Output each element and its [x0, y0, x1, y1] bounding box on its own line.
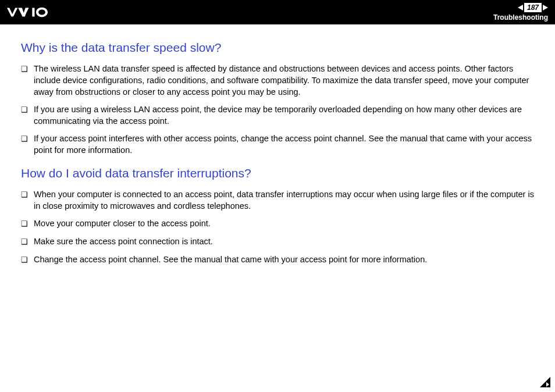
- bullet-icon: ❑: [21, 63, 34, 75]
- bullet-icon: ❑: [21, 104, 34, 116]
- item-text: Change the access point channel. See the…: [34, 254, 534, 265]
- header-bar: 187 Troubleshooting: [0, 0, 555, 24]
- header-right: 187 Troubleshooting: [493, 3, 548, 22]
- next-page-corner[interactable]: [540, 377, 550, 387]
- page-number: 187: [524, 3, 542, 12]
- bullet-icon: ❑: [21, 218, 34, 230]
- list-item: ❑ If you are using a wireless LAN access…: [21, 104, 534, 127]
- bullet-icon: ❑: [21, 188, 34, 201]
- prev-page-icon[interactable]: [518, 5, 523, 10]
- list-item: ❑ Change the access point channel. See t…: [21, 254, 534, 266]
- heading-2: How do I avoid data transfer interruptio…: [21, 166, 534, 180]
- item-text: The wireless LAN data transfer speed is …: [34, 63, 534, 98]
- item-text: If you are using a wireless LAN access p…: [34, 104, 534, 127]
- list-item: ❑ When your computer is connected to an …: [21, 188, 534, 212]
- list-item: ❑ The wireless LAN data transfer speed i…: [21, 63, 534, 98]
- page-nav: 187: [518, 3, 548, 12]
- vaio-logo: [7, 6, 65, 18]
- bullet-icon: ❑: [21, 254, 34, 266]
- svg-rect-0: [32, 8, 34, 17]
- page-content: Why is the data transfer speed slow? ❑ T…: [0, 24, 555, 266]
- heading-1: Why is the data transfer speed slow?: [21, 41, 534, 55]
- bullet-icon: ❑: [21, 236, 34, 248]
- list-item: ❑ Make sure the access point connection …: [21, 236, 534, 248]
- item-text: Move your computer closer to the access …: [34, 218, 534, 229]
- next-page-icon[interactable]: [543, 5, 548, 10]
- list-item: ❑ Move your computer closer to the acces…: [21, 218, 534, 230]
- item-text: When your computer is connected to an ac…: [34, 188, 534, 212]
- list-item: ❑ If your access point interferes with o…: [21, 133, 534, 156]
- section-label: Troubleshooting: [493, 13, 548, 22]
- item-text: If your access point interferes with oth…: [34, 133, 534, 156]
- bullet-icon: ❑: [21, 133, 34, 145]
- item-text: Make sure the access point connection is…: [34, 236, 534, 247]
- chevron-right-icon: [546, 382, 549, 387]
